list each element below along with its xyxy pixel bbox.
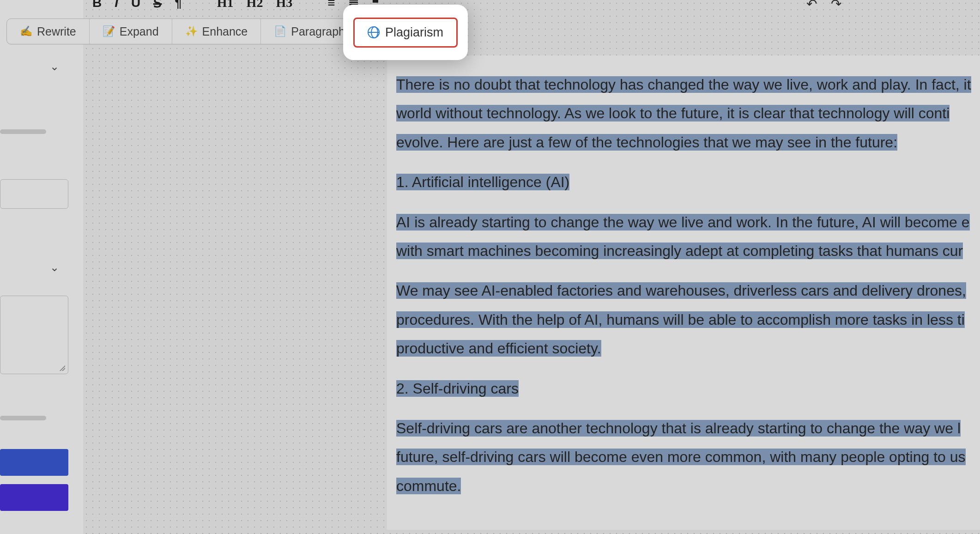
globe-icon: [368, 26, 380, 38]
side-input[interactable]: [0, 179, 68, 209]
plagiarism-button[interactable]: Plagiarism: [353, 18, 458, 48]
format-toolbar: B I U S̶ ¶ H1 H2 H3 ≡ ≣ ❝: [92, 0, 379, 11]
selected-text: future, self-driving cars will become ev…: [396, 449, 966, 465]
page-icon: 📄: [274, 25, 286, 37]
expand-label: Expand: [120, 25, 159, 38]
rewrite-label: Rewrite: [37, 25, 76, 38]
h2-button[interactable]: H2: [247, 0, 263, 11]
selected-text: Self-driving cars are another technology…: [396, 420, 961, 437]
resize-handle-icon[interactable]: [60, 365, 65, 371]
selected-text: There is no doubt that technology has ch…: [396, 76, 971, 93]
selected-text: We may see AI-enabled factories and ware…: [396, 282, 966, 299]
selected-text: evolve. Here are just a few of the techn…: [396, 134, 897, 151]
chevron-down-icon[interactable]: ⌄: [50, 60, 59, 73]
enhance-button[interactable]: ✨ Enhance: [172, 19, 261, 44]
selected-text: world without technology. As we look to …: [396, 105, 950, 121]
selected-heading: 1. Artificial intelligence (AI): [396, 174, 569, 190]
selected-text: AI is already starting to change the way…: [396, 214, 970, 231]
italic-button[interactable]: I: [115, 0, 118, 11]
expand-button[interactable]: 📝 Expand: [90, 19, 172, 44]
rewrite-button[interactable]: ✍️ Rewrite: [7, 19, 90, 44]
selected-text: productive and efficient society.: [396, 340, 601, 357]
history-controls: ↶ ↷: [806, 0, 841, 12]
placeholder-bar: [0, 416, 46, 420]
undo-button[interactable]: ↶: [806, 0, 817, 12]
selected-text: with smart machines becoming increasingl…: [396, 243, 963, 259]
placeholder-bar: [0, 129, 46, 134]
strike-button[interactable]: S̶: [153, 0, 162, 11]
enhance-label: Enhance: [202, 25, 248, 38]
redo-button[interactable]: ↷: [831, 0, 841, 12]
plagiarism-label: Plagiarism: [385, 25, 443, 40]
h3-button[interactable]: H3: [276, 0, 292, 11]
pencil-icon: ✍️: [20, 25, 32, 37]
primary-action-button[interactable]: [0, 449, 68, 476]
tutorial-spotlight: Plagiarism: [343, 5, 468, 60]
selected-text: procedures. With the help of AI, humans …: [396, 311, 965, 328]
underline-button[interactable]: U: [131, 0, 140, 11]
selected-text: commute.: [396, 478, 461, 494]
side-textarea[interactable]: [0, 296, 68, 374]
paragraph-label: Paragraph: [291, 25, 345, 38]
bullet-list-button[interactable]: ≡: [327, 0, 335, 11]
chevron-down-icon[interactable]: ⌄: [50, 261, 59, 274]
memo-icon: 📝: [103, 25, 115, 37]
bold-button[interactable]: B: [92, 0, 102, 11]
pilcrow-button[interactable]: ¶: [175, 0, 182, 11]
selected-heading: 2. Self-driving cars: [396, 380, 519, 397]
sparkles-icon: ✨: [185, 25, 198, 37]
h1-button[interactable]: H1: [217, 0, 234, 11]
secondary-action-button[interactable]: [0, 484, 68, 511]
side-panel: ⌄ ⌄: [0, 0, 83, 534]
document-content[interactable]: There is no doubt that technology has ch…: [387, 55, 980, 530]
